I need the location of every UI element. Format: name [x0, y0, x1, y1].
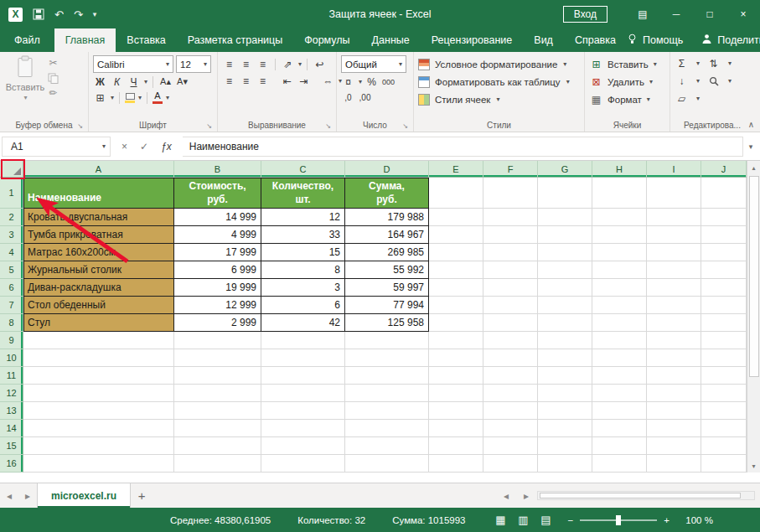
- cell-F9[interactable]: [483, 332, 538, 349]
- cell-B9[interactable]: [174, 332, 261, 349]
- tab-view[interactable]: Вид: [523, 28, 564, 52]
- cell-B11[interactable]: [174, 367, 261, 385]
- cell-I14[interactable]: [647, 420, 701, 437]
- cell-H13[interactable]: [592, 402, 647, 420]
- cell-F5[interactable]: [483, 261, 538, 279]
- increase-indent-button[interactable]: ⇥: [297, 74, 311, 88]
- row-header-13[interactable]: 13: [0, 402, 23, 420]
- cell-H15[interactable]: [592, 437, 647, 455]
- increase-decimal-button[interactable]: ,0: [341, 90, 355, 105]
- cell-B14[interactable]: [174, 420, 261, 437]
- decrease-font-size-button[interactable]: A▾: [175, 75, 189, 89]
- row-header-16[interactable]: 16: [0, 455, 23, 473]
- cell-F12[interactable]: [483, 385, 538, 402]
- cell-E2[interactable]: [429, 209, 483, 226]
- row-header-12[interactable]: 12: [0, 385, 23, 402]
- conditional-formatting-button[interactable]: Условное форматирование ▾: [418, 55, 580, 73]
- paste-button[interactable]: Вставить ▾: [4, 55, 46, 101]
- cell-I16[interactable]: [647, 455, 701, 473]
- cell-F16[interactable]: [483, 455, 538, 473]
- row-header-9[interactable]: 9: [0, 332, 23, 349]
- cell-D12[interactable]: [345, 385, 429, 402]
- cell-A5[interactable]: Журнальный столик: [23, 261, 174, 279]
- cell-D3[interactable]: 164 967: [345, 226, 429, 244]
- name-box[interactable]: A1 ▾: [2, 137, 111, 157]
- tab-formulas[interactable]: Формулы: [293, 28, 360, 52]
- cell-D9[interactable]: [345, 332, 429, 349]
- cell-G2[interactable]: [538, 209, 592, 226]
- cell-A16[interactable]: [23, 455, 174, 473]
- font-color-button[interactable]: А: [153, 90, 163, 105]
- underline-dropdown-icon[interactable]: ▾: [144, 78, 147, 85]
- maximize-button[interactable]: □: [693, 0, 726, 28]
- cell-H8[interactable]: [592, 314, 647, 332]
- collapse-ribbon-icon[interactable]: ∧: [748, 120, 754, 129]
- cell-D15[interactable]: [345, 437, 429, 455]
- insert-cells-button[interactable]: ⊞ Вставить ▾: [589, 55, 665, 73]
- cell-H12[interactable]: [592, 385, 647, 402]
- cell-A10[interactable]: [23, 349, 174, 367]
- cell-E5[interactable]: [429, 261, 483, 279]
- font-dialog-launcher-icon[interactable]: ↘: [206, 122, 212, 130]
- cell-D10[interactable]: [345, 349, 429, 367]
- cell-I15[interactable]: [647, 437, 701, 455]
- tab-home[interactable]: Главная: [54, 28, 116, 52]
- cell-I5[interactable]: [647, 261, 701, 279]
- row-header-5[interactable]: 5: [0, 261, 23, 279]
- cell-J9[interactable]: [701, 332, 747, 349]
- cell-I12[interactable]: [647, 385, 701, 402]
- autosum-button[interactable]: Σ: [675, 56, 689, 70]
- cell-E14[interactable]: [429, 420, 483, 437]
- font-color-dropdown-icon[interactable]: ▾: [166, 94, 169, 101]
- cell-A7[interactable]: Стол обеденный: [23, 297, 174, 314]
- cell-G14[interactable]: [538, 420, 592, 437]
- cell-B3[interactable]: 4 999: [174, 226, 261, 244]
- cell-G7[interactable]: [538, 297, 592, 314]
- cell-G8[interactable]: [538, 314, 592, 332]
- bold-button[interactable]: Ж: [93, 75, 107, 89]
- cell-G11[interactable]: [538, 367, 592, 385]
- vertical-scrollbar[interactable]: ▴ ▾: [747, 161, 760, 473]
- format-cells-button[interactable]: ▦ Формат ▾: [589, 90, 665, 108]
- copy-icon[interactable]: [46, 71, 60, 85]
- cell-F3[interactable]: [483, 226, 538, 244]
- col-header-F[interactable]: F: [483, 161, 538, 178]
- font-family-select[interactable]: Calibri▾: [93, 55, 173, 73]
- cell-J16[interactable]: [701, 455, 747, 473]
- sort-filter-dropdown-icon[interactable]: ▾: [728, 59, 732, 67]
- cell-J10[interactable]: [701, 349, 747, 367]
- cell-D2[interactable]: 179 988: [345, 209, 429, 226]
- decrease-decimal-button[interactable]: ,00: [358, 90, 372, 105]
- add-sheet-button[interactable]: +: [131, 483, 153, 508]
- sheet-nav-left-icon[interactable]: ◂: [0, 483, 18, 508]
- cell-F1[interactable]: [483, 178, 538, 209]
- tab-help[interactable]: Справка: [564, 28, 627, 52]
- row-header-15[interactable]: 15: [0, 437, 23, 455]
- cell-B8[interactable]: 2 999: [174, 314, 261, 332]
- cell-C10[interactable]: [261, 349, 345, 367]
- col-header-G[interactable]: G: [538, 161, 592, 178]
- insert-function-icon[interactable]: ƒx: [161, 141, 172, 152]
- cell-A2[interactable]: Кровать двуспальная: [23, 209, 174, 226]
- cell-H9[interactable]: [592, 332, 647, 349]
- cell-C14[interactable]: [261, 420, 345, 437]
- cell-B5[interactable]: 6 999: [174, 261, 261, 279]
- cell-J13[interactable]: [701, 402, 747, 420]
- fill-button[interactable]: ↓: [675, 74, 689, 88]
- cell-B7[interactable]: 12 999: [174, 297, 261, 314]
- cell-G16[interactable]: [538, 455, 592, 473]
- cell-J14[interactable]: [701, 420, 747, 437]
- normal-view-button[interactable]: ▦: [491, 512, 511, 529]
- ribbon-display-options-icon[interactable]: ▤: [626, 0, 659, 28]
- cell-C8[interactable]: 42: [261, 314, 345, 332]
- page-break-view-button[interactable]: ▤: [536, 512, 556, 529]
- col-header-D[interactable]: D: [345, 161, 429, 178]
- format-painter-icon[interactable]: ✏: [46, 86, 60, 100]
- horizontal-scrollbar-thumb[interactable]: [540, 493, 741, 498]
- row-header-11[interactable]: 11: [0, 367, 23, 385]
- cell-I2[interactable]: [647, 209, 701, 226]
- cell-H16[interactable]: [592, 455, 647, 473]
- cell-D5[interactable]: 55 992: [345, 261, 429, 279]
- zoom-out-button[interactable]: −: [568, 515, 574, 525]
- cell-H4[interactable]: [592, 244, 647, 261]
